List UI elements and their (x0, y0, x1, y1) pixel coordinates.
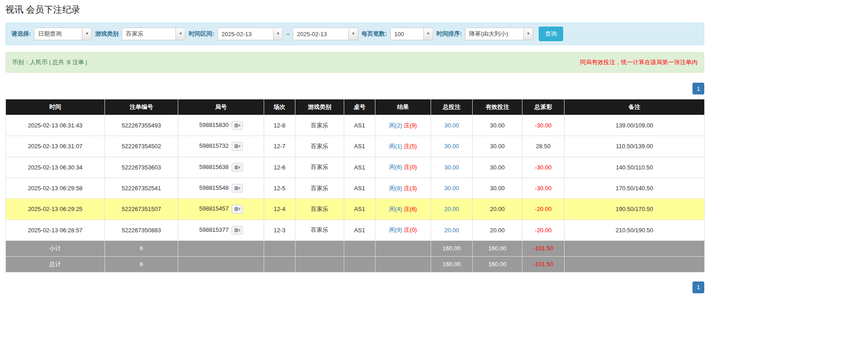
chevron-down-icon: ▼ (85, 32, 89, 36)
cell-valid-bet: 30.00 (473, 115, 522, 136)
round-number: 598815457 (199, 205, 228, 212)
total-bet-link[interactable]: 20.00 (444, 206, 459, 212)
result-player: 闲(4) (389, 206, 402, 212)
cell-session: 12-7 (264, 136, 295, 157)
column-header: 场次 (264, 99, 295, 115)
column-header: 桌号 (344, 99, 375, 115)
view-round-button[interactable] (232, 205, 243, 213)
table-row: 2025-02-13 06:31:07522267354502598815732… (6, 136, 705, 157)
total-bet-link[interactable]: 30.00 (444, 143, 459, 150)
cell-table-no: AS1 (344, 220, 375, 240)
cell-valid-bet: 20.00 (473, 199, 522, 220)
table-row: 2025-02-13 06:28:57522267350883598815377… (6, 220, 705, 240)
select-type-combo: ▼ (34, 28, 92, 40)
date-to-dropdown-button[interactable]: ▼ (348, 28, 358, 40)
total-bet-link[interactable]: 30.00 (444, 185, 459, 192)
result-banker: 庄(5) (404, 143, 417, 150)
round-number: 598815377 (199, 226, 228, 233)
date-from-combo: ▼ (218, 28, 283, 40)
total-bet-link[interactable]: 30.00 (444, 122, 459, 129)
per-page-label: 每页笔数: (361, 30, 387, 38)
page-button[interactable]: 1 (693, 83, 704, 94)
search-button[interactable]: 查询 (539, 27, 563, 41)
view-round-button[interactable] (232, 226, 243, 235)
subtotal-row: 小计 6 160.00 160.00 -101.50 (6, 240, 705, 256)
chevron-down-icon: ▼ (427, 32, 430, 36)
view-round-button[interactable] (232, 163, 243, 172)
cell-valid-bet: 20.00 (473, 220, 522, 240)
cell-bet-id: 522267355493 (105, 115, 178, 136)
view-round-button[interactable] (232, 184, 243, 192)
cell-bet-id: 522267351507 (105, 199, 178, 220)
date-from-input[interactable] (218, 28, 273, 40)
cell-valid-bet: 30.00 (473, 157, 522, 178)
cell-table-no: AS1 (344, 199, 375, 220)
select-type-dropdown-button[interactable]: ▼ (82, 28, 91, 40)
cell-remark: 210.50/190.50 (564, 220, 705, 240)
game-type-dropdown-button[interactable]: ▼ (175, 28, 185, 40)
cell-session: 12-5 (264, 178, 295, 198)
table-footer: 小计 6 160.00 160.00 -101.50 总计 6 (6, 240, 705, 272)
cell-bet-id: 522267353603 (105, 157, 178, 178)
chevron-down-icon: ▼ (351, 32, 355, 36)
table-row: 2025-02-13 06:30:34522267353603598815638… (6, 157, 705, 178)
game-type-input[interactable] (122, 28, 175, 40)
pagination-top: 1 (5, 83, 704, 94)
per-page-dropdown-button[interactable]: ▼ (423, 28, 433, 40)
cell-game-type: 百家乐 (295, 157, 344, 178)
cell-round: 598815457 (178, 199, 264, 220)
cell-time: 2025-02-13 06:30:34 (6, 157, 105, 178)
cell-round: 598815548 (178, 178, 264, 198)
cell-result: 闲(6) 庄(0) (375, 157, 431, 178)
subtotal-total-bet: 160.00 (431, 240, 473, 256)
total-bet-link[interactable]: 30.00 (444, 164, 459, 171)
cell-result: 闲(4) 庄(6) (375, 199, 431, 220)
date-from-dropdown-button[interactable]: ▼ (273, 28, 283, 40)
cell-bet-id: 522267350883 (105, 220, 178, 240)
column-header: 备注 (564, 99, 705, 115)
video-replay-icon (234, 228, 240, 233)
empty-cell (178, 256, 264, 272)
page-button[interactable]: 1 (693, 282, 704, 293)
subtotal-label: 小计 (6, 240, 105, 256)
cell-round: 598815732 (178, 136, 264, 157)
column-header: 总投注 (431, 99, 473, 115)
cell-payout: -20.00 (522, 220, 564, 240)
cell-result: 闲(8) 庄(3) (375, 178, 431, 198)
result-banker: 庄(9) (404, 122, 417, 129)
view-round-button[interactable] (232, 142, 243, 150)
cell-remark: 110.50/139.00 (564, 136, 705, 157)
total-bet-link[interactable]: 20.00 (444, 227, 459, 234)
sort-order-combo: ▼ (465, 28, 533, 40)
cell-total-bet: 30.00 (431, 157, 473, 178)
select-type-label: 请选择: (11, 30, 31, 38)
header-row: 时间注单编号局号场次游戏类别桌号结果总投注有效投注总派彩备注 (6, 99, 705, 115)
cell-total-bet: 30.00 (431, 178, 473, 198)
cell-total-bet: 20.00 (431, 199, 473, 220)
cell-game-type: 百家乐 (295, 115, 344, 136)
round-number: 598815732 (199, 142, 228, 149)
sort-order-input[interactable] (465, 28, 523, 40)
empty-cell (295, 256, 344, 272)
pagination-bottom: 1 (5, 282, 704, 293)
filter-bar: 请选择: ▼ 游戏类别 ▼ 时间区间: ▼ ~ ▼ 每页笔数: ▼ 时间排序: … (5, 23, 704, 45)
per-page-input[interactable] (391, 28, 423, 40)
chevron-down-icon: ▼ (276, 32, 280, 36)
cell-time: 2025-02-13 06:28:57 (6, 220, 105, 240)
cell-remark: 170.50/140.50 (564, 178, 705, 198)
empty-cell (178, 240, 264, 256)
time-range-label: 时间区间: (189, 30, 214, 38)
cell-result: 闲(1) 庄(5) (375, 136, 431, 157)
select-type-input[interactable] (34, 28, 82, 40)
empty-cell (295, 240, 344, 256)
cell-valid-bet: 30.00 (473, 136, 522, 157)
sort-order-dropdown-button[interactable]: ▼ (523, 28, 533, 40)
cell-total-bet: 30.00 (431, 115, 473, 136)
cell-time: 2025-02-13 06:29:25 (6, 199, 105, 220)
date-to-input[interactable] (293, 28, 348, 40)
cell-result: 闲(9) 庄(0) (375, 220, 431, 240)
cell-valid-bet: 30.00 (473, 178, 522, 198)
column-header: 结果 (375, 99, 431, 115)
empty-cell (564, 256, 705, 272)
view-round-button[interactable] (232, 121, 243, 130)
